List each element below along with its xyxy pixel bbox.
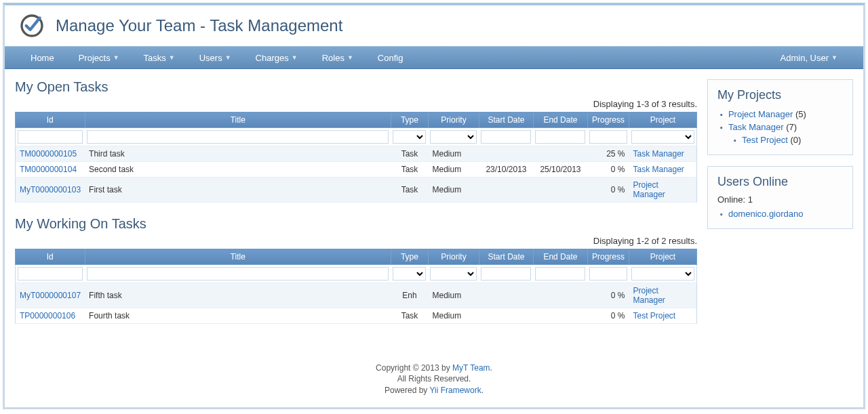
project-item: Test Project (0) (720, 133, 843, 146)
nav-charges[interactable]: Charges▼ (243, 47, 310, 68)
col-header-id[interactable]: Id (16, 112, 85, 128)
filter-row (16, 128, 697, 146)
nav-projects[interactable]: Projects▼ (66, 47, 132, 68)
task-project-link[interactable]: Task Manager (633, 149, 684, 159)
task-end (533, 308, 587, 324)
online-user-item: domenico.giordano (720, 207, 843, 220)
footer: Copyright © 2013 by MyT Team. All Rights… (5, 357, 863, 402)
nav-user-menu[interactable]: Admin, User▼ (768, 47, 850, 68)
task-progress: 0 % (587, 178, 629, 203)
online-user-link[interactable]: domenico.giordano (728, 209, 804, 219)
users-online-title: Users Online (717, 175, 843, 189)
filter-type[interactable] (393, 267, 426, 281)
task-progress: 25 % (587, 146, 629, 162)
filter-project[interactable] (631, 130, 695, 144)
col-header-project[interactable]: Project (629, 112, 697, 128)
nav-tasks[interactable]: Tasks▼ (132, 47, 187, 68)
task-id-link[interactable]: MyT0000000103 (20, 185, 81, 194)
col-header-end[interactable]: End Date (533, 112, 587, 128)
col-header-title[interactable]: Title (85, 249, 391, 265)
task-end (533, 283, 587, 308)
col-header-end[interactable]: End Date (533, 249, 587, 265)
filter-end[interactable] (535, 130, 585, 144)
open-tasks-results: Displaying 1-3 of 3 results. (15, 99, 697, 109)
table-row: TM0000000105 Third task Task Medium 25 %… (16, 146, 697, 162)
task-title: Second task (85, 162, 391, 178)
col-header-type[interactable]: Type (391, 112, 428, 128)
task-start (479, 308, 533, 324)
task-progress: 0 % (587, 308, 629, 324)
task-type: Enh (391, 283, 428, 308)
project-link[interactable]: Task Manager (728, 122, 784, 132)
header: Manage Your Team - Task Management (5, 5, 863, 46)
col-header-id[interactable]: Id (16, 249, 85, 265)
navbar: Home Projects▼ Tasks▼ Users▼ Charges▼ Ro… (5, 46, 863, 69)
table-row: TP0000000106 Fourth task Task Medium 0 %… (16, 308, 697, 324)
col-header-start[interactable]: Start Date (479, 112, 533, 128)
table-row: TM0000000104 Second task Task Medium 23/… (16, 162, 697, 178)
task-project-link[interactable]: Project Manager (633, 180, 665, 199)
chevron-down-icon: ▼ (169, 54, 175, 61)
filter-title[interactable] (87, 267, 389, 281)
filter-progress[interactable] (589, 130, 627, 144)
filter-start[interactable] (481, 130, 531, 144)
col-header-priority[interactable]: Priority (428, 112, 479, 128)
task-type: Task (391, 146, 428, 162)
task-id-link[interactable]: TM0000000104 (20, 165, 77, 174)
filter-title[interactable] (87, 130, 389, 144)
filter-project[interactable] (631, 267, 695, 281)
filter-start[interactable] (481, 267, 531, 281)
nav-home[interactable]: Home (18, 47, 66, 68)
task-title: Fifth task (85, 283, 391, 308)
col-header-project[interactable]: Project (629, 249, 697, 265)
filter-priority[interactable] (430, 267, 477, 281)
filter-id[interactable] (18, 267, 83, 281)
open-tasks-title: My Open Tasks (15, 79, 697, 95)
task-priority: Medium (428, 283, 479, 308)
col-header-start[interactable]: Start Date (479, 249, 533, 265)
framework-link[interactable]: Yii Framework (429, 386, 481, 395)
filter-row (16, 265, 697, 283)
task-start (479, 146, 533, 162)
task-priority: Medium (428, 178, 479, 203)
logo-check-icon (18, 12, 45, 39)
project-item: Task Manager (7) (720, 121, 843, 133)
col-header-type[interactable]: Type (391, 249, 428, 265)
filter-end[interactable] (535, 267, 585, 281)
team-link[interactable]: MyT Team (452, 363, 490, 373)
task-type: Task (391, 308, 428, 324)
task-progress: 0 % (587, 162, 629, 178)
users-online-panel: Users Online Online: 1 domenico.giordano (707, 166, 853, 229)
task-start (479, 283, 533, 308)
task-start: 23/10/2013 (479, 162, 533, 178)
task-project-link[interactable]: Project Manager (633, 286, 665, 305)
task-end: 25/10/2013 (533, 162, 587, 178)
online-count: Online: 1 (717, 194, 843, 205)
my-projects-panel: My Projects Project Manager (5) Task Man… (707, 79, 853, 155)
col-header-progress[interactable]: Progress (587, 112, 629, 128)
nav-users[interactable]: Users▼ (187, 47, 243, 68)
task-id-link[interactable]: MyT0000000107 (20, 291, 81, 300)
working-tasks-grid: Id Title Type Priority Start Date End Da… (15, 249, 697, 324)
chevron-down-icon: ▼ (225, 54, 231, 61)
nav-roles[interactable]: Roles▼ (310, 47, 366, 68)
project-link[interactable]: Project Manager (728, 109, 793, 119)
col-header-title[interactable]: Title (85, 112, 391, 128)
table-row: MyT0000000103 First task Task Medium 0 %… (16, 178, 697, 203)
nav-config[interactable]: Config (366, 47, 416, 68)
col-header-priority[interactable]: Priority (428, 249, 479, 265)
filter-type[interactable] (393, 130, 426, 144)
task-start (479, 178, 533, 203)
chevron-down-icon: ▼ (113, 54, 119, 61)
task-id-link[interactable]: TM0000000105 (20, 149, 77, 159)
col-header-progress[interactable]: Progress (587, 249, 629, 265)
table-row: MyT0000000107 Fifth task Enh Medium 0 % … (16, 283, 697, 308)
project-link[interactable]: Test Project (742, 135, 788, 145)
filter-priority[interactable] (430, 130, 477, 144)
task-project-link[interactable]: Task Manager (633, 165, 684, 174)
task-id-link[interactable]: TP0000000106 (20, 311, 75, 320)
filter-id[interactable] (18, 130, 83, 144)
filter-progress[interactable] (589, 267, 627, 281)
task-project-link[interactable]: Test Project (633, 311, 676, 320)
task-type: Task (391, 162, 428, 178)
